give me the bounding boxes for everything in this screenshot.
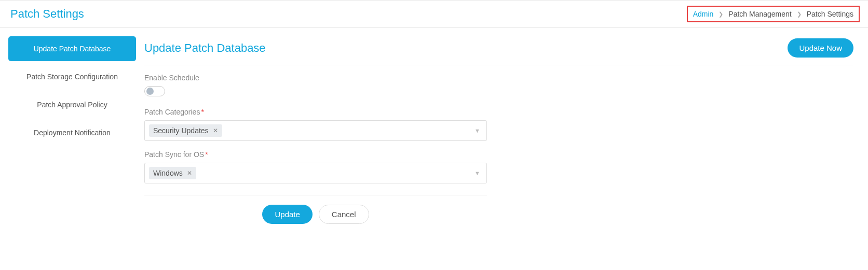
body: Update Patch Database Patch Storage Conf…: [0, 28, 868, 232]
chip-windows: Windows ✕: [149, 167, 196, 179]
sidebar-item-patch-storage-configuration[interactable]: Patch Storage Configuration: [8, 64, 136, 89]
enable-schedule-toggle[interactable]: [144, 86, 165, 96]
field-patch-sync-os: Patch Sync for OS* Windows ✕ ▼: [144, 150, 487, 183]
sidebar: Update Patch Database Patch Storage Conf…: [8, 36, 136, 224]
chevron-right-icon: ❯: [797, 11, 802, 18]
divider: [144, 195, 487, 195]
patch-categories-select[interactable]: Security Updates ✕ ▼: [144, 120, 487, 141]
chip-label: Security Updates: [153, 126, 209, 135]
main-content: Update Patch Database Update Now Enable …: [136, 36, 860, 224]
patch-categories-label-text: Patch Categories: [144, 108, 200, 116]
cancel-button[interactable]: Cancel: [319, 205, 369, 224]
patch-categories-label: Patch Categories*: [144, 108, 487, 116]
chip-label: Windows: [153, 169, 183, 177]
patch-sync-os-label: Patch Sync for OS*: [144, 150, 487, 159]
update-button[interactable]: Update: [262, 205, 312, 224]
field-enable-schedule: Enable Schedule: [144, 74, 487, 98]
content-title: Update Patch Database: [144, 41, 266, 55]
sidebar-item-deployment-notification[interactable]: Deployment Notification: [8, 120, 136, 145]
enable-schedule-label: Enable Schedule: [144, 74, 487, 82]
chevron-down-icon: ▼: [474, 170, 482, 176]
breadcrumb-item-patch-settings: Patch Settings: [807, 10, 853, 18]
patch-sync-os-label-text: Patch Sync for OS: [144, 150, 204, 159]
patch-sync-os-select[interactable]: Windows ✕ ▼: [144, 163, 487, 183]
sidebar-item-patch-approval-policy[interactable]: Patch Approval Policy: [8, 92, 136, 117]
breadcrumb-item-admin[interactable]: Admin: [693, 10, 714, 18]
required-asterisk: *: [205, 150, 208, 159]
breadcrumb-item-patch-management[interactable]: Patch Management: [728, 10, 791, 18]
close-icon[interactable]: ✕: [213, 127, 218, 134]
page-title: Patch Settings: [10, 7, 84, 21]
breadcrumb: Admin ❯ Patch Management ❯ Patch Setting…: [687, 6, 860, 22]
required-asterisk: *: [201, 108, 204, 116]
sidebar-item-update-patch-database[interactable]: Update Patch Database: [8, 36, 136, 61]
chip-security-updates: Security Updates ✕: [149, 124, 222, 137]
chevron-right-icon: ❯: [718, 11, 723, 18]
form-actions: Update Cancel: [144, 205, 487, 224]
close-icon[interactable]: ✕: [187, 169, 192, 177]
chevron-down-icon: ▼: [474, 127, 482, 134]
content-header: Update Patch Database Update Now: [144, 38, 853, 65]
form: Enable Schedule Patch Categories* Securi…: [144, 65, 487, 224]
field-patch-categories: Patch Categories* Security Updates ✕ ▼: [144, 108, 487, 141]
page-header: Patch Settings Admin ❯ Patch Management …: [0, 0, 868, 28]
update-now-button[interactable]: Update Now: [788, 38, 853, 58]
